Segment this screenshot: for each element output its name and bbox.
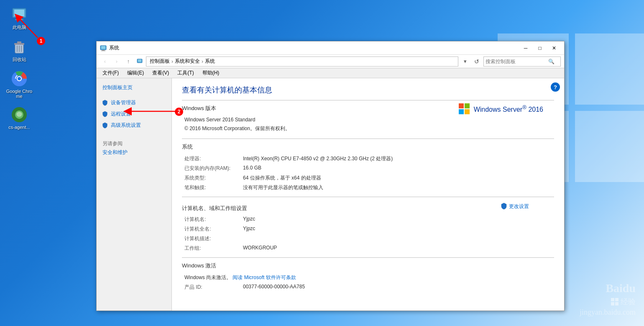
path-part-1: 控制面板 [150, 58, 170, 65]
shield-icon-remote [102, 111, 108, 118]
content-area: ? 查看有关计算机的基本信息 Windows 版本 Windows Server… [172, 78, 564, 311]
svg-rect-5 [14, 10, 24, 16]
logo-sq-4 [465, 109, 470, 114]
this-pc-icon [11, 6, 28, 23]
main-content: 控制面板主页 设备管理器 远程设置 [97, 78, 564, 311]
full-name-label: 计算机全名: [182, 224, 240, 234]
desktop-icon-cs-agent[interactable]: cs-agent... [4, 105, 34, 131]
dropdown-button[interactable]: ▾ [460, 56, 470, 67]
advanced-settings-label: 高级系统设置 [111, 122, 141, 129]
close-button[interactable]: ✕ [547, 44, 561, 53]
sidebar-item-remote-settings[interactable]: 远程设置 [97, 108, 171, 120]
change-settings-link[interactable]: 更改设置 [501, 203, 529, 210]
activation-text: Windows 尚未激活。 [184, 275, 231, 280]
windows-edition: Windows Server 2016 Standard [184, 117, 255, 123]
product-id-value: 00377-60000-00000-AA785 [240, 282, 554, 292]
address-path[interactable]: 控制面板 › 系统和安全 › 系统 [146, 56, 458, 67]
back-button[interactable]: ‹ [100, 56, 110, 67]
menu-tools[interactable]: 工具(T) [175, 69, 196, 77]
menu-view[interactable]: 查看(V) [150, 69, 171, 77]
system-type-value: 64 位操作系统，基于 x64 的处理器 [240, 173, 554, 183]
search-icon: 🔍 [548, 59, 555, 64]
workgroup-label: 工作组: [182, 244, 240, 253]
svg-rect-9 [14, 43, 24, 45]
svg-rect-27 [138, 59, 141, 62]
minimize-button[interactable]: ─ [519, 44, 532, 53]
menu-edit[interactable]: 编辑(E) [125, 69, 146, 77]
window-title: 系统 [109, 44, 519, 51]
sidebar-footer-title: 另请参阅 [102, 141, 123, 146]
logo-sq-2 [465, 103, 470, 108]
windows-copyright: © 2016 Microsoft Corporation。保留所有权利。 [184, 126, 290, 131]
refresh-button[interactable]: ↺ [472, 56, 482, 67]
svg-rect-7 [15, 19, 23, 20]
sidebar-item-advanced-settings[interactable]: 高级系统设置 [97, 120, 171, 131]
desktop: 此电脑 回收站 [0, 0, 644, 326]
menu-help[interactable]: 帮助(H) [200, 69, 222, 77]
recycle-bin-icon [11, 38, 28, 55]
help-button[interactable]: ? [551, 82, 560, 92]
description-label: 计算机描述: [182, 234, 240, 244]
system-type-label: 系统类型: [182, 173, 240, 183]
window-controls: ─ □ ✕ [519, 44, 561, 53]
desktop-icon-google-chrome[interactable]: Google Chrome [4, 69, 34, 100]
path-part-3: 系统 [205, 58, 215, 65]
system-window: 系统 ─ □ ✕ ‹ › ↑ 控制面板 › [96, 41, 565, 311]
path-computer-icon [137, 59, 143, 64]
shield-icon-device [102, 100, 108, 106]
windows-server-logo: Windows Server® 2016 [459, 103, 543, 114]
sidebar-security-link[interactable]: 安全和维护 [102, 149, 166, 156]
search-box[interactable]: 🔍 [483, 56, 561, 67]
svg-rect-25 [101, 51, 105, 51]
processor-value: Intel(R) Xeon(R) CPU E7-4850 v2 @ 2.30GH… [240, 154, 554, 164]
svg-rect-6 [17, 18, 22, 19]
windows-version-table: Windows Server 2016 Standard © 2016 Micr… [182, 116, 554, 133]
activation-section-header: Windows 激活 [182, 262, 554, 270]
sidebar: 控制面板主页 设备管理器 远程设置 [97, 78, 172, 311]
pen-touch-label: 笔和触摸: [182, 183, 240, 193]
divider-2 [182, 139, 554, 139]
device-manager-label: 设备管理器 [111, 99, 136, 106]
search-input[interactable] [486, 59, 548, 64]
system-section-header: 系统 [182, 143, 554, 151]
page-title: 查看有关计算机的基本信息 [182, 85, 554, 95]
chrome-icon [11, 70, 28, 87]
workgroup-value: WORKGROUP [240, 244, 554, 253]
change-settings-label: 更改设置 [509, 203, 529, 210]
recycle-bin-label: 回收站 [13, 56, 26, 63]
cs-agent-label: cs-agent... [8, 125, 30, 130]
svg-rect-3 [575, 111, 644, 182]
divider-1 [182, 100, 554, 100]
svg-rect-1 [575, 33, 644, 105]
logo-sq-3 [459, 109, 464, 114]
activation-link[interactable]: 阅读 Microsoft 软件许可条款 [233, 275, 296, 280]
logo-sq-1 [459, 103, 464, 108]
sidebar-main-link[interactable]: 控制面板主页 [97, 82, 171, 93]
menu-bar: 文件(F) 编辑(E) 查看(V) 工具(T) 帮助(H) [97, 68, 564, 78]
activation-table: Windows 尚未激活。 阅读 Microsoft 软件许可条款 产品 ID:… [182, 273, 554, 292]
this-pc-label: 此电脑 [13, 24, 26, 31]
desktop-icon-recycle-bin[interactable]: 回收站 [4, 36, 34, 64]
title-bar: 系统 ─ □ ✕ [97, 41, 564, 55]
maximize-button[interactable]: □ [533, 44, 547, 53]
system-info-table: 处理器: Intel(R) Xeon(R) CPU E7-4850 v2 @ 2… [182, 154, 554, 193]
up-button[interactable]: ↑ [123, 56, 133, 67]
annotation-number-1: 1 [37, 37, 45, 45]
processor-label: 处理器: [182, 154, 240, 164]
change-settings-shield-icon [501, 203, 507, 210]
ram-value: 16.0 GB [240, 164, 554, 173]
menu-file[interactable]: 文件(F) [100, 69, 121, 77]
svg-rect-24 [102, 50, 105, 51]
computer-name-value: Yjpzc [240, 215, 554, 224]
sidebar-item-device-manager[interactable]: 设备管理器 [97, 97, 171, 108]
remote-settings-label: 远程设置 [111, 110, 131, 118]
desktop-icon-this-pc[interactable]: 此电脑 [4, 4, 34, 32]
address-bar: ‹ › ↑ 控制面板 › 系统和安全 › 系统 ▾ ↺ [97, 55, 564, 68]
windows-server-text: Windows Server® 2016 [474, 104, 543, 113]
forward-button[interactable]: › [112, 56, 122, 67]
computer-info-table: 计算机名: Yjpzc 计算机全名: Yjpzc 计算机描述: 工作组: WOR… [182, 215, 554, 253]
chrome-label: Google Chrome [6, 89, 33, 99]
shield-icon-advanced [102, 122, 108, 129]
divider-4 [182, 257, 554, 258]
sidebar-nav: 设备管理器 远程设置 高级系统设置 [97, 97, 171, 131]
